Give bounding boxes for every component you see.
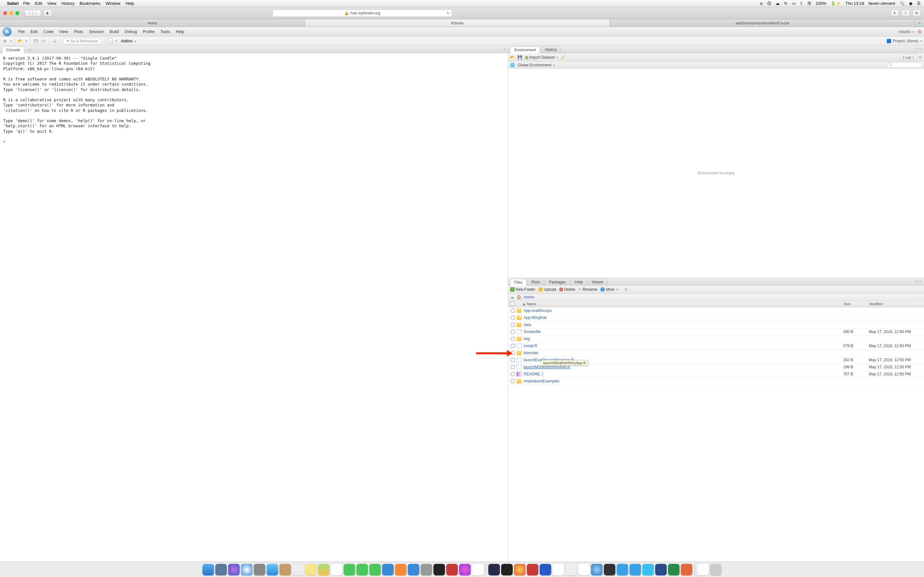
viewer-tab[interactable]: Viewer <box>588 279 607 285</box>
col-modified[interactable]: Modified <box>869 302 924 306</box>
sign-out-icon[interactable]: ↦ <box>911 29 915 34</box>
clear-env-icon[interactable]: 🧹 <box>561 55 565 60</box>
env-search-input[interactable] <box>887 62 922 68</box>
new-file-icon[interactable]: ⊕ <box>2 38 8 44</box>
cloud-icon[interactable]: ☁ <box>775 1 780 6</box>
rs-menu-help[interactable]: Help <box>176 29 184 34</box>
packages-tab[interactable]: Packages <box>545 279 570 285</box>
forward-button[interactable]: 〉 <box>33 10 41 17</box>
menu-edit[interactable]: Edit <box>35 1 42 6</box>
back-button[interactable]: 〈 <box>24 10 33 17</box>
col-name[interactable]: ▲ Name <box>517 302 844 306</box>
zoom-window[interactable] <box>15 11 19 15</box>
list-view-toggle[interactable]: ≡ List ▾ <box>900 55 916 60</box>
rs-menu-debug[interactable]: Debug <box>124 29 137 34</box>
clock[interactable]: Thu 13:18 <box>845 1 864 6</box>
delete-button[interactable]: ✕Delete <box>559 287 575 292</box>
rs-menu-profile[interactable]: Profile <box>143 29 155 34</box>
file-checkbox[interactable] <box>511 358 515 362</box>
env-scope-select[interactable]: Global Environment ▾ <box>517 63 555 67</box>
maximize-files-icon[interactable]: ▭ <box>919 279 922 283</box>
rename-button[interactable]: ✎Rename <box>578 287 597 292</box>
tab-github[interactable]: statOmics/proteomicsShortCourse <box>610 19 915 27</box>
print-icon[interactable]: 🖨 <box>52 38 57 44</box>
url-bar[interactable]: 🔒 hub.mybinder.org ↻ <box>272 9 452 17</box>
more-button[interactable]: More ▾ <box>600 287 618 292</box>
select-all-checkbox[interactable] <box>510 301 514 306</box>
maximize-console-icon[interactable]: ▭ <box>503 47 506 50</box>
file-checkbox[interactable] <box>511 365 515 369</box>
minimize-window[interactable] <box>9 11 13 15</box>
dropbox-icon[interactable]: ⧈ <box>760 1 762 6</box>
menu-window[interactable]: Window <box>105 1 120 6</box>
tab-home[interactable]: Home <box>0 19 305 27</box>
rs-menu-file[interactable]: File <box>18 29 25 34</box>
downloads-button[interactable]: ⬇ <box>891 10 899 17</box>
pane-layout-menu[interactable]: ▾ <box>115 39 117 43</box>
file-checkbox[interactable] <box>511 372 515 376</box>
environment-tab[interactable]: Environment <box>510 47 540 53</box>
file-checkbox[interactable] <box>511 316 515 319</box>
power-icon[interactable]: ⏻ <box>918 29 921 34</box>
file-link[interactable]: kitematic <box>517 351 843 355</box>
menu-file[interactable]: File <box>23 1 30 6</box>
save-all-icon[interactable]: 🗃 <box>40 38 46 44</box>
file-link[interactable]: img <box>517 337 843 341</box>
file-checkbox[interactable] <box>511 323 515 327</box>
file-checkbox[interactable] <box>511 309 515 313</box>
file-checkbox[interactable] <box>511 351 515 355</box>
notifications-icon[interactable]: ☰ <box>917 1 921 6</box>
rs-menu-edit[interactable]: Edit <box>31 29 37 34</box>
refresh-env-icon[interactable]: ↻ <box>919 55 922 60</box>
battery-label[interactable]: 100% <box>816 1 826 6</box>
wifi-icon[interactable]: ⦿ <box>807 1 811 6</box>
save-icon[interactable]: 💾 <box>33 38 39 44</box>
plots-tab[interactable]: Plots <box>527 279 544 285</box>
file-link[interactable]: install.R <box>517 343 843 348</box>
bluetooth-icon[interactable]: ᛒ <box>800 1 803 6</box>
menu-history[interactable]: History <box>61 1 74 6</box>
rs-menu-plots[interactable]: Plots <box>74 29 83 34</box>
breadcrumb-more[interactable]: … <box>918 295 922 300</box>
files-tab[interactable]: Files <box>510 279 527 285</box>
rs-menu-build[interactable]: Build <box>110 29 119 34</box>
app-name[interactable]: Safari <box>7 1 19 6</box>
file-link[interactable]: data <box>517 322 843 327</box>
pane-layout-icon[interactable] <box>107 38 113 44</box>
menu-bookmarks[interactable]: Bookmarks <box>79 1 100 6</box>
minimize-env-icon[interactable]: ▭ <box>915 47 918 50</box>
file-checkbox[interactable] <box>511 344 515 348</box>
upload-button[interactable]: Upload <box>538 287 556 292</box>
file-link[interactable]: rmarkdownExamples <box>517 379 843 384</box>
rs-menu-tools[interactable]: Tools <box>160 29 170 34</box>
save-workspace-icon[interactable]: 💾 <box>517 55 522 60</box>
import-dataset-button[interactable]: ▦Import Dataset ▾ <box>525 55 558 60</box>
console-options-icon[interactable]: ⤴ <box>31 47 33 52</box>
breadcrumb-root-icon[interactable]: ☁ <box>510 295 514 300</box>
new-tab-button[interactable]: ＋ <box>915 19 924 27</box>
file-link[interactable]: README.⎪ <box>517 372 843 376</box>
file-link[interactable]: App-evalDecoys <box>517 308 843 313</box>
rs-menu-view[interactable]: View <box>59 29 68 34</box>
menu-help[interactable]: Help <box>126 1 134 6</box>
load-workspace-icon[interactable]: 📂 <box>510 55 515 60</box>
rs-menu-session[interactable]: Session <box>89 29 103 34</box>
home-icon[interactable]: 🏠 <box>517 295 521 300</box>
tabs-button[interactable]: ⧉ <box>913 10 921 17</box>
spotlight-icon[interactable]: 🔍 <box>900 1 905 6</box>
reload-icon[interactable]: ↻ <box>447 11 450 15</box>
col-size[interactable]: Size <box>844 302 869 306</box>
tab-rstudio[interactable]: RStudio <box>305 19 610 27</box>
close-window[interactable] <box>3 11 7 15</box>
goto-file-input[interactable]: ➤ Go to file/function <box>63 38 102 44</box>
refresh-files-icon[interactable]: ↻ <box>624 287 628 292</box>
skype-icon[interactable]: Ⓢ <box>767 1 771 6</box>
battery-icon[interactable]: 🔋⚡ <box>830 1 841 6</box>
sidebar-button[interactable]: ◧ <box>44 10 52 17</box>
file-link[interactable]: Dockerfile <box>517 330 843 334</box>
project-menu[interactable]: 🟦 Project: (None) ▾ <box>887 39 922 43</box>
open-file-icon[interactable]: 📂 <box>17 38 23 44</box>
new-file-menu[interactable]: ▾ <box>10 39 12 43</box>
file-link[interactable]: App-MSqRob <box>517 316 843 320</box>
share-button[interactable]: ⇪ <box>901 10 910 17</box>
